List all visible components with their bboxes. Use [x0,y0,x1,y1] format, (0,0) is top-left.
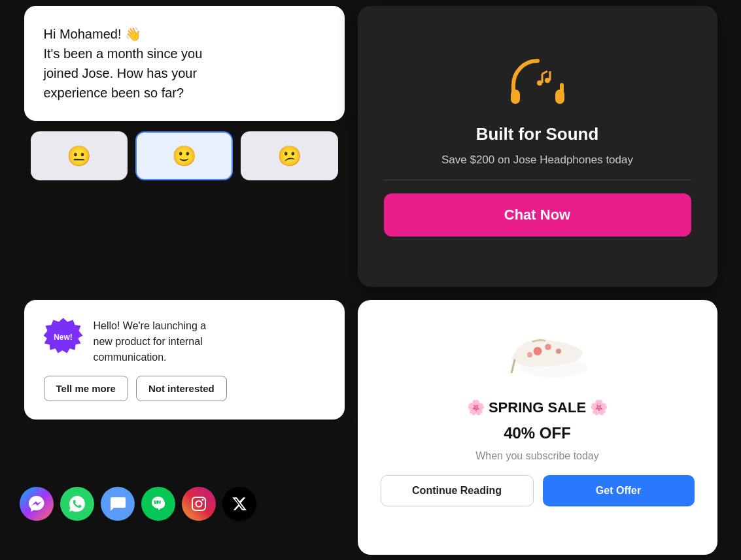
not-interested-button[interactable]: Not interested [136,376,227,401]
sound-title: Built for Sound [476,124,599,144]
new-product-actions: Tell me more Not interested [44,376,325,401]
sound-subtitle: Save $200 on Jose Headphones today [441,154,633,167]
main-container: Hi Mohamed! 👋 It's been a month since yo… [0,0,741,560]
spring-actions: Continue Reading Get Offer [381,475,695,506]
emoji-neutral-btn[interactable]: 😐 [31,131,128,180]
continue-reading-button[interactable]: Continue Reading [381,475,534,506]
line-icon[interactable] [141,487,175,521]
messenger-icon[interactable] [20,487,54,521]
new-product-content: New! Hello! We're launching a new produc… [44,318,325,365]
instagram-icon[interactable] [182,487,216,521]
x-twitter-icon[interactable] [222,487,256,521]
svg-rect-0 [511,90,520,104]
card-sound: Built for Sound Save $200 on Jose Headph… [358,6,717,287]
svg-point-11 [527,352,532,357]
chat-bubble-text: Hi Mohamed! 👋 It's been a month since yo… [44,27,203,100]
card-chat-area: Hi Mohamed! 👋 It's been a month since yo… [24,6,345,287]
sound-divider [384,180,691,180]
card-new-product: New! Hello! We're launching a new produc… [24,300,345,420]
spring-title: 🌸 SPRING SALE 🌸 [467,399,608,416]
svg-point-10 [556,348,561,354]
emoji-selector: 😐 🙂 😕 [24,131,345,180]
new-badge: New! [44,318,83,357]
emoji-smile-btn[interactable]: 🙂 [135,131,233,180]
tell-me-more-button[interactable]: Tell me more [44,376,128,401]
get-offer-button[interactable]: Get Offer [543,475,695,506]
new-product-text: Hello! We're launching a new product for… [94,318,207,365]
svg-point-13 [196,501,202,507]
chat-now-button[interactable]: Chat Now [384,193,691,237]
shoe-image [485,320,590,391]
spring-discount: 40% OFF [504,424,571,442]
card-spring-sale: 🌸 SPRING SALE 🌸 40% OFF When you subscri… [358,300,717,555]
chat-bubble-icon[interactable] [101,487,135,521]
svg-point-9 [545,344,551,350]
svg-line-4 [542,71,547,74]
spring-subtitle: When you subscribe today [475,450,599,462]
svg-point-8 [533,347,542,355]
headphones-icon [508,56,567,115]
whatsapp-icon[interactable] [60,487,94,521]
svg-point-14 [202,499,204,501]
grid-layout: Hi Mohamed! 👋 It's been a month since yo… [0,0,741,560]
social-icons-row [20,487,256,521]
svg-rect-1 [555,90,564,104]
chat-bubble: Hi Mohamed! 👋 It's been a month since yo… [24,6,345,121]
emoji-disappointed-btn[interactable]: 😕 [241,131,338,180]
new-badge-label: New! [54,333,73,342]
